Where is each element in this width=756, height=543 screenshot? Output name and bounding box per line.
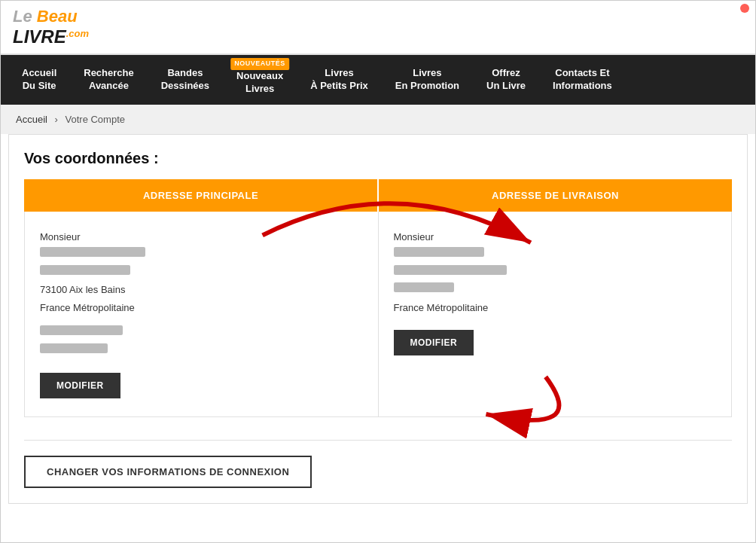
nav-accueil[interactable]: Accueil Du Site — [8, 55, 70, 105]
logo-livre: LIVRE — [13, 26, 66, 47]
nav-bandes-line1: Bandes — [167, 67, 203, 80]
addr2-civility: Monsieur — [394, 230, 717, 245]
addr1-modify-button[interactable]: MODIFIER — [40, 373, 120, 398]
addr2-street — [394, 265, 717, 280]
logo-com: .com — [66, 28, 89, 39]
nav-bandes-line2: Dessinées — [161, 80, 209, 93]
logo-beau: Beau — [37, 7, 78, 26]
address-livraison-col: Monsieur France Métropolitaine MODIFIER — [379, 212, 732, 417]
logo-bar: Le Beau LIVRE.com — [1, 1, 755, 55]
addr1-email — [40, 325, 363, 340]
tab-livraison[interactable]: ADRESSE DE LIVRAISON — [379, 179, 732, 212]
addr1-street-blurred — [40, 265, 130, 275]
tab-principale[interactable]: ADRESSE PRINCIPALE — [24, 179, 377, 212]
change-login-button[interactable]: CHANGER VOS INFORMATIONS DE CONNEXION — [24, 456, 312, 488]
addr1-name-blurred — [40, 247, 145, 257]
nav-contacts-line1: Contacts Et — [555, 67, 609, 80]
main-nav: Accueil Du Site Recherche Avancée Bandes… — [1, 55, 755, 105]
addr1-phone-blurred — [40, 343, 108, 353]
addr2-country: France Métropolitaine — [394, 300, 717, 316]
logo: Le Beau LIVRE.com — [13, 7, 89, 47]
addr1-street — [40, 265, 363, 280]
nouveautes-badge: NOUVEAUTÉS — [230, 58, 289, 70]
breadcrumb-separator: › — [55, 114, 58, 125]
nav-offrez-line2: Un Livre — [486, 80, 526, 93]
addr2-postal — [394, 282, 717, 297]
breadcrumb: Accueil › Votre Compte — [1, 105, 755, 134]
logo-line1: Le Beau — [13, 7, 89, 26]
addr1-email-blurred — [40, 325, 123, 335]
breadcrumb-current: Votre Compte — [66, 114, 126, 125]
addr1-phone — [40, 343, 363, 358]
logo-line2: LIVRE.com — [13, 26, 89, 47]
nav-nouveaux[interactable]: NOUVEAUTÉS Nouveaux Livres — [223, 55, 297, 105]
window-close-btn[interactable] — [740, 4, 749, 13]
breadcrumb-home[interactable]: Accueil — [16, 114, 47, 125]
addr2-name — [394, 247, 717, 262]
page-wrapper: Le Beau LIVRE.com Accueil Du Site Recher… — [0, 0, 756, 543]
window-controls — [740, 4, 749, 13]
section-title: Vos coordonnées : — [24, 150, 732, 167]
nav-recherche-line1: Recherche — [84, 67, 133, 80]
nav-recherche[interactable]: Recherche Avancée — [70, 55, 147, 105]
nav-livres-petits[interactable]: Livres À Petits Prix — [297, 55, 382, 105]
addr1-name — [40, 247, 363, 262]
nav-livres-petits-line2: À Petits Prix — [310, 80, 368, 93]
nav-livres-promo-line1: Livres — [413, 67, 441, 80]
nav-nouveaux-line2: Livres — [245, 83, 274, 96]
addr1-city: 73100 Aix les Bains — [40, 282, 363, 297]
addr1-civility: Monsieur — [40, 230, 363, 245]
addr2-postal-blurred — [394, 282, 454, 292]
main-content: Vos coordonnées : ADRESSE PRINCIPALE ADR… — [8, 134, 748, 505]
nav-livres-promo-line2: En Promotion — [395, 80, 459, 93]
address-principale-col: Monsieur 73100 Aix les Bains France Métr… — [25, 212, 379, 417]
nav-accueil-line1: Accueil — [22, 67, 56, 80]
nav-offrez[interactable]: Offrez Un Livre — [473, 55, 539, 105]
logo-le: Le — [13, 7, 37, 26]
addr2-street-blurred — [394, 265, 507, 275]
nav-offrez-line1: Offrez — [492, 67, 520, 80]
nav-recherche-line2: Avancée — [89, 80, 129, 93]
nav-livres-petits-line1: Livres — [325, 67, 353, 80]
addr1-contact-info — [40, 325, 363, 358]
addr2-modify-button[interactable]: MODIFIER — [394, 330, 474, 355]
addr1-country: France Métropolitaine — [40, 300, 363, 316]
nav-nouveaux-line1: Nouveaux — [236, 70, 283, 83]
nav-accueil-line2: Du Site — [23, 80, 56, 93]
nav-contacts[interactable]: Contacts Et Informations — [539, 55, 626, 105]
nav-contacts-line2: Informations — [553, 80, 612, 93]
address-content: Monsieur 73100 Aix les Bains France Métr… — [24, 212, 732, 418]
nav-livres-promo[interactable]: Livres En Promotion — [382, 55, 473, 105]
address-tabs: ADRESSE PRINCIPALE ADRESSE DE LIVRAISON — [24, 179, 732, 212]
address-section: Monsieur 73100 Aix les Bains France Métr… — [24, 212, 732, 418]
nav-bandes[interactable]: Bandes Dessinées — [148, 55, 223, 105]
addr2-name-blurred — [394, 247, 484, 257]
change-login-section: CHANGER VOS INFORMATIONS DE CONNEXION — [24, 440, 732, 488]
